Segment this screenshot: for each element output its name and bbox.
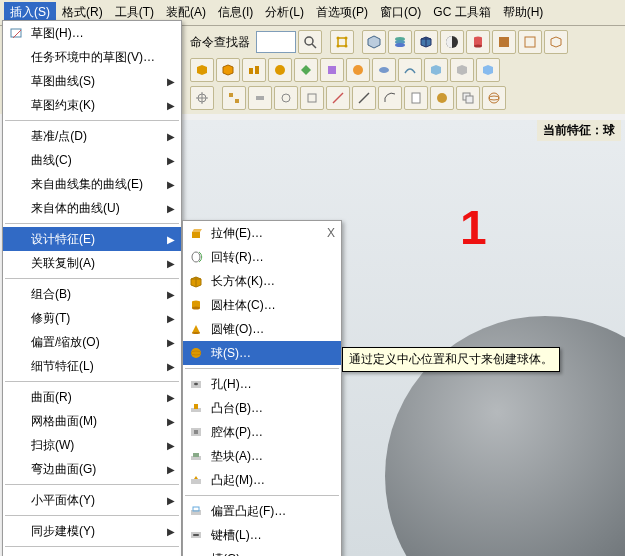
insert-menu-item[interactable]: 细节特征(L)▶	[3, 354, 181, 378]
insert-menu-item[interactable]: 基准/点(D)▶	[3, 124, 181, 148]
svg-rect-27	[256, 96, 264, 100]
tool-row2-i[interactable]	[398, 58, 422, 82]
insert-menu-item[interactable]: 偏置/缩放(O)▶	[3, 330, 181, 354]
tool-selection-icon[interactable]	[330, 30, 354, 54]
feature-submenu-item[interactable]: 回转(R)…	[183, 245, 341, 269]
insert-menu-item[interactable]: 任务环境中的草图(V)…	[3, 45, 181, 69]
svg-line-31	[359, 93, 369, 103]
insert-menu-item[interactable]: 小平面体(Y)▶	[3, 488, 181, 512]
svg-rect-40	[192, 232, 200, 238]
menubar-item[interactable]: 窗口(O)	[374, 2, 427, 23]
svg-point-20	[353, 65, 363, 75]
insert-menu-item[interactable]: 同步建模(Y)▶	[3, 519, 181, 543]
menubar-item[interactable]: 帮助(H)	[497, 2, 550, 23]
svg-rect-53	[194, 430, 198, 434]
insert-menu-item[interactable]: 草图(H)…	[3, 21, 181, 45]
feature-submenu-item[interactable]: 凸起(M)…	[183, 468, 341, 492]
search-icon[interactable]	[298, 30, 322, 54]
emboss-icon	[187, 471, 205, 489]
insert-menu-item[interactable]: 来自体的曲线(U)▶	[3, 196, 181, 220]
insert-menu-item[interactable]: 弯边曲面(G)▶	[3, 457, 181, 481]
tool-sphere-icon[interactable]	[430, 86, 454, 110]
insert-menu-item[interactable]: 草图曲线(S)▶	[3, 69, 181, 93]
insert-menu-item[interactable]: 曲面(R)▶	[3, 385, 181, 409]
command-finder-input[interactable]	[256, 31, 296, 53]
tool-row3-d[interactable]	[274, 86, 298, 110]
tool-row2-l[interactable]	[476, 58, 500, 82]
insert-menu-item[interactable]: 网格曲面(M)▶	[3, 409, 181, 433]
feature-submenu-item[interactable]: 偏置凸起(F)…	[183, 499, 341, 523]
menubar-item[interactable]: 首选项(P)	[310, 2, 374, 23]
menu-item-label: 曲面(R)	[31, 389, 161, 406]
insert-menu-item[interactable]: 设计特征(E)▶	[3, 227, 181, 251]
tool-shade-icon[interactable]	[440, 30, 464, 54]
insert-menu-item[interactable]: 关联复制(A)▶	[3, 251, 181, 275]
svg-point-45	[192, 332, 200, 334]
tool-row2-a[interactable]	[190, 58, 214, 82]
insert-menu-item[interactable]: 修剪(T)▶	[3, 306, 181, 330]
tool-row3-a[interactable]	[190, 86, 214, 110]
feature-submenu-item[interactable]: 球(S)…	[183, 341, 341, 365]
tool-row2-f[interactable]	[320, 58, 344, 82]
feature-submenu-item[interactable]: 凸台(B)…	[183, 396, 341, 420]
svg-rect-51	[194, 404, 198, 409]
menu-item-label: 任务环境中的草图(V)…	[31, 49, 175, 66]
blank-icon	[7, 72, 25, 90]
tool-doc-icon[interactable]	[404, 86, 428, 110]
tool-line2-icon[interactable]	[352, 86, 376, 110]
tool-row2-b[interactable]	[216, 58, 240, 82]
tool-arc-icon[interactable]	[378, 86, 402, 110]
tool-cylinder-icon[interactable]	[466, 30, 490, 54]
blank-icon	[7, 522, 25, 540]
feature-submenu-item[interactable]: 垫块(A)…	[183, 444, 341, 468]
tool-row3-c[interactable]	[248, 86, 272, 110]
pocket-icon	[187, 423, 205, 441]
tool-line-icon[interactable]	[326, 86, 350, 110]
feature-submenu-item[interactable]: 长方体(K)…	[183, 269, 341, 293]
tool-row2-d[interactable]	[268, 58, 292, 82]
feature-submenu-item[interactable]: 腔体(P)…	[183, 420, 341, 444]
tool-row2-k[interactable]	[450, 58, 474, 82]
chevron-right-icon: ▶	[167, 416, 175, 427]
tool-row2-j[interactable]	[424, 58, 448, 82]
feature-submenu-item[interactable]: 槽(G)…	[183, 547, 341, 556]
menubar-item[interactable]: 分析(L)	[259, 2, 310, 23]
tool-wiresphere-icon[interactable]	[482, 86, 506, 110]
feature-submenu-item[interactable]: 圆锥(O)…	[183, 317, 341, 341]
tool-layers-icon[interactable]	[388, 30, 412, 54]
tool-row2-h[interactable]	[372, 58, 396, 82]
menu-item-label: 孔(H)…	[211, 376, 335, 393]
insert-menu-item[interactable]: 草图约束(K)▶	[3, 93, 181, 117]
insert-menu-item[interactable]: 扫掠(W)▶	[3, 433, 181, 457]
tool-row2-g[interactable]	[346, 58, 370, 82]
feature-submenu-item[interactable]: 圆柱体(C)…	[183, 293, 341, 317]
tool-copy-icon[interactable]	[456, 86, 480, 110]
tool-box-icon[interactable]	[362, 30, 386, 54]
tool-cube2-icon[interactable]	[544, 30, 568, 54]
tool-row2-c[interactable]	[242, 58, 266, 82]
feature-submenu-item[interactable]: 孔(H)…	[183, 372, 341, 396]
blank-icon	[7, 199, 25, 217]
insert-menu-item[interactable]: 曲线(C)▶	[3, 148, 181, 172]
menu-item-label: 基准/点(D)	[31, 128, 161, 145]
insert-menu-item[interactable]: 表格(B)▶	[3, 550, 181, 556]
menu-item-label: 偏置/缩放(O)	[31, 334, 161, 351]
menu-separator	[5, 278, 179, 279]
menubar-item[interactable]: GC 工具箱	[427, 2, 496, 23]
blank-icon	[7, 254, 25, 272]
extrude-icon	[187, 224, 205, 242]
chevron-right-icon: ▶	[167, 179, 175, 190]
tool-row3-e[interactable]	[300, 86, 324, 110]
insert-menu-item[interactable]: 来自曲线集的曲线(E)▶	[3, 172, 181, 196]
tool-row2-e[interactable]	[294, 58, 318, 82]
feature-submenu-item[interactable]: 键槽(L)…	[183, 523, 341, 547]
insert-menu-item[interactable]: 组合(B)▶	[3, 282, 181, 306]
feature-submenu-item[interactable]: 拉伸(E)…X	[183, 221, 341, 245]
tool-wire-icon[interactable]	[518, 30, 542, 54]
tool-row3-b[interactable]	[222, 86, 246, 110]
svg-rect-26	[235, 99, 239, 103]
tool-solid-icon[interactable]	[492, 30, 516, 54]
menubar-item[interactable]: 信息(I)	[212, 2, 259, 23]
tool-cube-icon[interactable]	[414, 30, 438, 54]
svg-point-46	[191, 348, 201, 358]
